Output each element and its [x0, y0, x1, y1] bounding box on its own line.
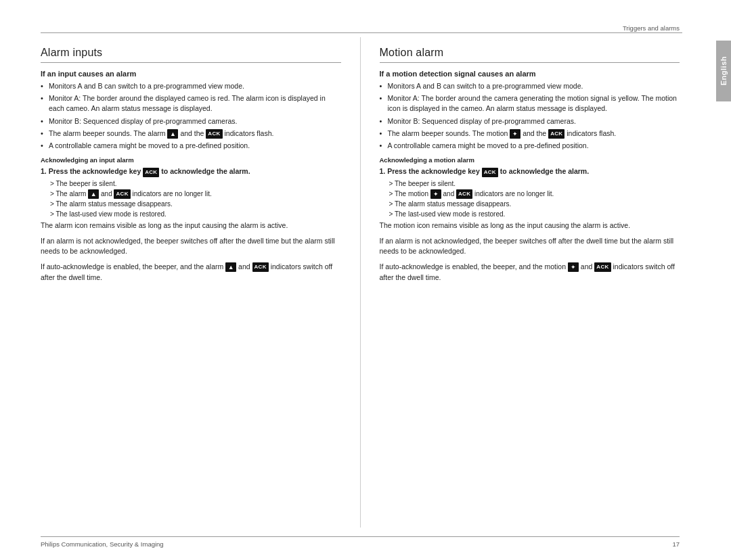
left-subsection1-title: If an input causes an alarm	[41, 70, 341, 78]
list-item: The alarm beeper sounds. The motion ✦ an…	[380, 129, 680, 139]
right-subsection1-title: If a motion detection signal causes an a…	[380, 70, 680, 78]
footer-page-number: 17	[672, 540, 680, 548]
right-bullet-list: Monitors A and B can switch to a pre-pro…	[380, 81, 680, 151]
sub-step: The alarm ▲ and ACK indicators are no lo…	[50, 189, 341, 199]
list-item: Monitor A: The border around the camera …	[380, 93, 680, 114]
footer: Philips Communication, Security & Imagin…	[41, 536, 680, 548]
sub-step: The motion ✦ and ACK indicators are no l…	[389, 189, 680, 199]
list-item: The alarm beeper sounds. The alarm ▲ and…	[41, 129, 341, 139]
page: Triggers and alarms English Alarm inputs…	[0, 0, 731, 560]
top-rule	[41, 32, 682, 33]
sub-step: The last-used view mode is restored.	[389, 210, 680, 219]
ack-icon-r2: ACK	[456, 189, 472, 199]
ack-icon-r: ACK	[548, 129, 564, 139]
ack-key-icon: ACK	[143, 168, 159, 177]
main-content: Alarm inputs If an input causes an alarm…	[41, 37, 680, 528]
left-para1: The alarm icon remains visible as long a…	[41, 220, 341, 231]
list-item: A controllable camera might be moved to …	[41, 141, 341, 151]
ack-icon-r3: ACK	[594, 262, 611, 272]
side-tab: English	[716, 41, 731, 101]
right-column: Motion alarm If a motion detection signa…	[361, 37, 680, 528]
list-item: Monitors A and B can switch to a pre-pro…	[380, 81, 680, 91]
alarm-bell-icon3: ▲	[225, 262, 236, 272]
ack-key-icon-r: ACK	[482, 168, 498, 177]
left-column: Alarm inputs If an input causes an alarm…	[41, 37, 361, 528]
right-sub-steps: The beeper is silent. The motion ✦ and A…	[389, 179, 680, 219]
motion-icon2: ✦	[430, 189, 441, 199]
left-bullet-list: Monitors A and B can switch to a pre-pro…	[41, 81, 341, 151]
left-sub-steps: The beeper is silent. The alarm ▲ and AC…	[50, 179, 341, 219]
right-para3: If auto-acknowledge is enabled, the beep…	[380, 262, 680, 283]
left-step1: 1. Press the acknowledge key ACK to ackn…	[41, 166, 341, 177]
left-section-title: Alarm inputs	[41, 47, 341, 63]
list-item: Monitor B: Sequenced display of pre-prog…	[380, 116, 680, 126]
right-para1: The motion icon remains visible as long …	[380, 220, 680, 231]
sub-step: The beeper is silent.	[389, 179, 680, 189]
header-right-text: Triggers and alarms	[623, 24, 680, 32]
sub-step: The beeper is silent.	[50, 179, 341, 189]
list-item: Monitors A and B can switch to a pre-pro…	[41, 81, 341, 91]
alarm-bell-icon2: ▲	[88, 189, 99, 199]
motion-icon: ✦	[510, 129, 520, 139]
sub-step: The alarm status message disappears.	[50, 200, 341, 209]
left-subsection2-title: Acknowledging an input alarm	[41, 156, 341, 164]
motion-icon3: ✦	[568, 262, 579, 272]
list-item: Monitor B: Sequenced display of pre-prog…	[41, 116, 341, 126]
right-subsection2-title: Acknowledging a motion alarm	[380, 156, 680, 164]
footer-left-text: Philips Communication, Security & Imagin…	[41, 540, 164, 548]
left-para2: If an alarm is not acknowledged, the bee…	[41, 236, 341, 258]
right-section-title: Motion alarm	[380, 47, 680, 63]
side-tab-label: English	[719, 56, 728, 85]
right-para2: If an alarm is not acknowledged, the bee…	[380, 236, 680, 258]
ack-icon: ACK	[206, 129, 222, 139]
ack-icon3: ACK	[252, 262, 269, 272]
list-item: Monitor A: The border around the display…	[41, 93, 341, 114]
sub-step: The last-used view mode is restored.	[50, 210, 341, 219]
alarm-bell-icon: ▲	[167, 129, 178, 139]
left-para3: If auto-acknowledge is enabled, the beep…	[41, 262, 341, 283]
ack-icon2: ACK	[114, 189, 130, 199]
sub-step: The alarm status message disappears.	[389, 200, 680, 209]
right-step1: 1. Press the acknowledge key ACK to ackn…	[380, 166, 680, 177]
list-item: A controllable camera might be moved to …	[380, 141, 680, 151]
